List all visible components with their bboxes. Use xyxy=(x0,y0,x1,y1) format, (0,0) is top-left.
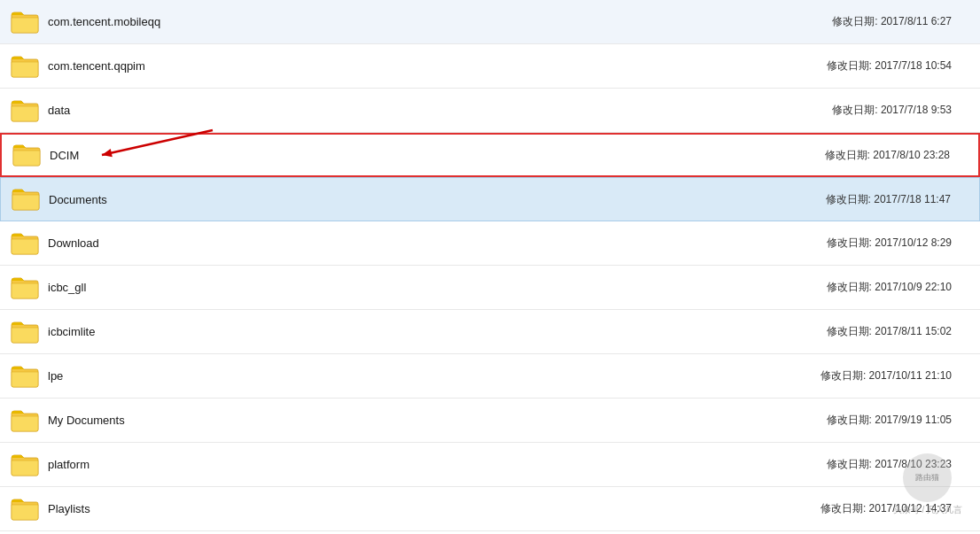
file-row[interactable]: platform修改日期: 2017/8/10 23:23 xyxy=(0,443,980,487)
folder-name: platform xyxy=(48,458,827,471)
folder-icon xyxy=(11,320,39,344)
folder-icon xyxy=(11,408,39,433)
folder-name: Download xyxy=(48,236,827,250)
file-list-container: com.tencent.mobileqq修改日期: 2017/8/11 6:27… xyxy=(0,0,980,531)
folder-icon xyxy=(11,10,39,35)
folder-date: 修改日期: 2017/8/11 6:27 xyxy=(832,14,969,29)
folder-date: 修改日期: 2017/10/12 14:37 xyxy=(821,501,969,516)
folder-date: 修改日期: 2017/8/11 15:02 xyxy=(827,324,969,339)
folder-date: 修改日期: 2017/8/10 23:23 xyxy=(827,457,969,472)
folder-name: data xyxy=(48,104,832,117)
file-row[interactable]: icbc_gll修改日期: 2017/10/9 22:10 xyxy=(0,266,980,310)
file-row[interactable]: com.tencent.qqpim修改日期: 2017/7/18 10:54 xyxy=(0,44,980,89)
file-list: com.tencent.mobileqq修改日期: 2017/8/11 6:27… xyxy=(0,0,980,531)
folder-name: My Documents xyxy=(48,414,827,427)
file-row[interactable]: data修改日期: 2017/7/18 9:53 xyxy=(0,89,980,133)
folder-date: 修改日期: 2017/9/19 11:05 xyxy=(827,413,969,428)
folder-icon xyxy=(12,143,41,167)
folder-name: lpe xyxy=(48,369,821,383)
folder-icon xyxy=(11,497,39,522)
folder-icon xyxy=(11,98,39,123)
folder-name: Playlists xyxy=(48,502,821,515)
folder-date: 修改日期: 2017/8/10 23:28 xyxy=(825,148,968,163)
folder-date: 修改日期: 2017/10/11 21:10 xyxy=(821,368,969,383)
folder-name: icbcimlite xyxy=(48,325,827,338)
folder-icon xyxy=(11,364,39,389)
folder-date: 修改日期: 2017/10/12 8:29 xyxy=(827,236,969,251)
folder-icon xyxy=(11,231,39,256)
file-row[interactable]: Playlists修改日期: 2017/10/12 14:37 xyxy=(0,487,980,531)
folder-date: 修改日期: 2017/7/18 9:53 xyxy=(832,103,969,118)
file-row[interactable]: com.tencent.mobileqq修改日期: 2017/8/11 6:27 xyxy=(0,0,980,44)
folder-date: 修改日期: 2017/7/18 10:54 xyxy=(827,58,969,74)
file-row[interactable]: DCIM修改日期: 2017/8/10 23:28 xyxy=(0,133,980,177)
folder-icon xyxy=(11,453,39,477)
file-row[interactable]: Documents修改日期: 2017/7/18 11:47 xyxy=(0,177,980,221)
folder-icon xyxy=(11,275,39,300)
folder-name: DCIM xyxy=(50,149,825,162)
folder-icon xyxy=(12,187,40,212)
folder-date: 修改日期: 2017/7/18 11:47 xyxy=(826,192,968,207)
file-row[interactable]: icbcimlite修改日期: 2017/8/11 15:02 xyxy=(0,310,980,354)
folder-name: com.tencent.qqpim xyxy=(48,59,827,73)
file-row[interactable]: My Documents修改日期: 2017/9/19 11:05 xyxy=(0,399,980,443)
folder-icon xyxy=(11,54,39,79)
file-row[interactable]: lpe修改日期: 2017/10/11 21:10 xyxy=(0,354,980,399)
folder-date: 修改日期: 2017/10/9 22:10 xyxy=(827,280,969,295)
file-row[interactable]: Download修改日期: 2017/10/12 8:29 xyxy=(0,221,980,266)
folder-name: Documents xyxy=(49,193,826,206)
folder-name: com.tencent.mobileqq xyxy=(48,15,832,28)
folder-name: icbc_gll xyxy=(48,281,827,294)
